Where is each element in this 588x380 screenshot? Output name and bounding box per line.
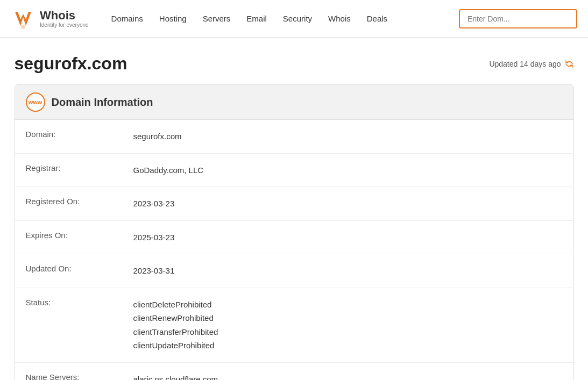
- field-value-registered-on: 2023-03-23: [133, 197, 175, 211]
- logo-text: Whois Identity for everyone: [40, 9, 89, 28]
- status-line-1: clientDeleteProhibited: [133, 298, 218, 312]
- table-row: Registered On: 2023-03-23: [15, 187, 573, 221]
- updated-info: Updated 14 days ago: [489, 59, 573, 69]
- nav-item-domains[interactable]: Domains: [105, 10, 150, 27]
- field-label-registered-on: Registered On:: [26, 197, 133, 206]
- nav-item-deals[interactable]: Deals: [360, 10, 394, 27]
- nav-item-hosting[interactable]: Hosting: [153, 10, 193, 27]
- nav-item-email[interactable]: Email: [240, 10, 273, 27]
- field-value-registrar: GoDaddy.com, LLC: [133, 163, 204, 177]
- table-row: Status: clientDeleteProhibited clientRen…: [15, 288, 573, 363]
- domain-info-card: www Domain Information Domain: segurofx.…: [15, 84, 574, 380]
- logo-tagline-label: Identity for everyone: [40, 22, 89, 28]
- field-value-name-servers: alaric.ns.cloudflare.com eleanor.ns.clou…: [133, 372, 225, 381]
- field-value-domain: segurofx.com: [133, 130, 182, 144]
- nav-item-servers[interactable]: Servers: [196, 10, 237, 27]
- ns-line-1: alaric.ns.cloudflare.com: [133, 372, 225, 381]
- field-label-domain: Domain:: [26, 130, 133, 139]
- table-row: Updated On: 2023-03-31: [15, 254, 573, 288]
- domain-search-input[interactable]: [459, 9, 577, 28]
- main-nav: Domains Hosting Servers Email Security W…: [105, 10, 459, 27]
- table-row: Name Servers: alaric.ns.cloudflare.com e…: [15, 363, 573, 381]
- table-row: Registrar: GoDaddy.com, LLC: [15, 154, 573, 188]
- card-header-title: Domain Information: [52, 96, 153, 109]
- field-value-status: clientDeleteProhibited clientRenewProhib…: [133, 298, 218, 353]
- field-label-registrar: Registrar:: [26, 163, 133, 173]
- main-content: segurofx.com Updated 14 days ago www Dom…: [4, 38, 585, 380]
- domain-title: segurofx.com: [15, 54, 127, 74]
- field-label-status: Status:: [26, 298, 133, 307]
- updated-label: Updated 14 days ago: [489, 60, 561, 68]
- field-label-updated-on: Updated On:: [26, 264, 133, 273]
- whois-logo-icon: [11, 6, 36, 31]
- field-label-expires-on: Expires On:: [26, 231, 133, 240]
- status-line-2: clientRenewProhibited: [133, 311, 218, 325]
- nav-item-whois[interactable]: Whois: [322, 10, 357, 27]
- field-label-name-servers: Name Servers:: [26, 372, 133, 381]
- logo-area: Whois Identity for everyone: [11, 6, 89, 31]
- header: Whois Identity for everyone Domains Host…: [0, 0, 588, 38]
- www-icon: www: [26, 92, 45, 112]
- status-line-3: clientTransferProhibited: [133, 325, 218, 339]
- refresh-icon[interactable]: [564, 59, 574, 69]
- nav-item-security[interactable]: Security: [277, 10, 318, 27]
- field-value-updated-on: 2023-03-31: [133, 264, 175, 278]
- domain-header: segurofx.com Updated 14 days ago: [15, 54, 574, 74]
- table-row: Domain: segurofx.com: [15, 120, 573, 154]
- status-line-4: clientUpdateProhibited: [133, 339, 218, 353]
- svg-point-2: [21, 25, 25, 29]
- field-value-expires-on: 2025-03-23: [133, 231, 175, 245]
- table-row: Expires On: 2025-03-23: [15, 221, 573, 255]
- card-header: www Domain Information: [15, 85, 573, 120]
- logo-whois-label: Whois: [40, 9, 89, 22]
